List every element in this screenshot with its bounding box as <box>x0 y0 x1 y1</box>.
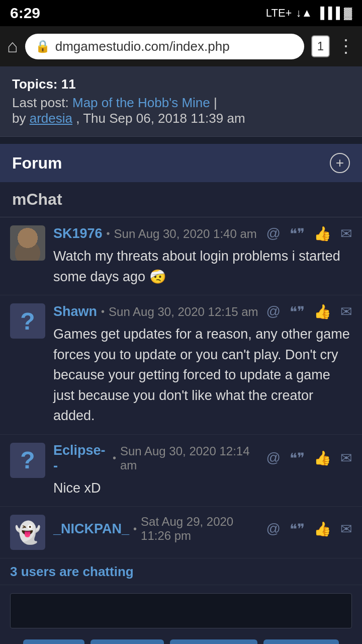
lte-icon: LTE+ <box>266 7 292 20</box>
smilies-button[interactable]: Smilies <box>90 639 164 644</box>
message-actions: @ ❝❞ 👍 ✉ <box>266 521 352 537</box>
message-text: Watch my threats about login problems i … <box>53 246 352 287</box>
message-time: Sat Aug 29, 2020 11:26 pm <box>141 515 266 543</box>
question-mark-icon: ? <box>20 307 35 335</box>
quote-icon[interactable]: ❝❞ <box>290 225 305 242</box>
signal-icon: ↓▲ <box>296 7 312 20</box>
chat-input-area <box>0 585 362 632</box>
message-time: Sun Aug 30, 2020 12:15 am <box>109 305 258 319</box>
question-mark-icon: ? <box>20 446 35 474</box>
archive-button[interactable]: Archive <box>263 639 338 644</box>
like-icon[interactable]: 👍 <box>314 450 331 466</box>
ghost-icon: 👻 <box>15 520 41 545</box>
message-body: Shawn • Sun Aug 30, 2020 12:15 am @ ❝❞ 👍… <box>53 303 352 426</box>
message-user[interactable]: SK1976 <box>53 226 103 242</box>
mail-icon[interactable]: ✉ <box>340 303 352 320</box>
message-actions: @ ❝❞ 👍 ✉ <box>266 303 352 320</box>
message-dot: • <box>101 306 105 317</box>
message-dot: • <box>113 452 116 464</box>
message-user[interactable]: Shawn <box>53 304 97 319</box>
topics-line: Topics: 11 <box>12 76 350 92</box>
message-body: Eclipse-- • Sun Aug 30, 2020 12:14 am @ … <box>53 443 352 499</box>
users-chatting-label: users are chatting <box>17 564 133 579</box>
message-body: _NICKPAN_ • Sat Aug 29, 2020 11:26 pm @ … <box>53 515 352 550</box>
send-button[interactable]: Send <box>23 639 84 644</box>
message-actions: @ ❝❞ 👍 ✉ <box>266 450 352 466</box>
chat-message: ? Shawn • Sun Aug 30, 2020 12:15 am @ ❝❞… <box>0 295 362 435</box>
message-text: Games get updates for a reason, any othe… <box>53 324 352 426</box>
post-date: , Thu Sep 06, 2018 11:39 am <box>76 111 245 126</box>
topics-count: 11 <box>61 76 76 92</box>
mention-icon[interactable]: @ <box>266 225 281 242</box>
top-section: Topics: 11 Last post: Map of the Hobb's … <box>0 66 362 137</box>
users-chatting-bar: 3 users are chatting <box>0 558 362 585</box>
like-icon[interactable]: 👍 <box>314 225 331 242</box>
battery-icon: ▓ <box>344 7 352 20</box>
status-bar: 6:29 LTE+ ↓▲ ▐▐▐ ▓ <box>0 0 362 26</box>
home-icon[interactable]: ⌂ <box>7 36 18 57</box>
message-header-row: _NICKPAN_ • Sat Aug 29, 2020 11:26 pm @ … <box>53 515 352 543</box>
message-user[interactable]: _NICKPAN_ <box>53 521 129 537</box>
last-post-line: Last post: Map of the Hobb's Mine | by a… <box>12 95 350 126</box>
chat-message: 👻 _NICKPAN_ • Sat Aug 29, 2020 11:26 pm … <box>0 507 362 558</box>
avatar <box>10 225 45 261</box>
mchat-header: mChat <box>0 182 362 217</box>
menu-icon[interactable]: ⋮ <box>337 36 355 57</box>
chat-message: ? Eclipse-- • Sun Aug 30, 2020 12:14 am … <box>0 435 362 507</box>
message-meta: SK1976 • Sun Aug 30, 2020 1:40 am <box>53 226 257 242</box>
chat-input[interactable] <box>10 593 352 628</box>
quote-icon[interactable]: ❝❞ <box>290 450 305 466</box>
message-actions: @ ❝❞ 👍 ✉ <box>266 225 352 242</box>
message-user[interactable]: Eclipse-- <box>53 443 109 474</box>
chat-message: SK1976 • Sun Aug 30, 2020 1:40 am @ ❝❞ 👍… <box>0 217 362 295</box>
message-meta: _NICKPAN_ • Sat Aug 29, 2020 11:26 pm <box>53 515 266 543</box>
avatar: ? <box>10 443 45 478</box>
users-chatting-count: 3 <box>10 564 17 579</box>
status-time: 6:29 <box>10 5 40 22</box>
post-author-link[interactable]: ardesia <box>30 111 72 126</box>
url-text: dmgamestudio.com/index.php <box>55 39 230 54</box>
avatar: 👻 <box>10 515 45 550</box>
last-post-label: Last post: <box>12 95 69 110</box>
mention-icon[interactable]: @ <box>266 521 281 537</box>
message-header-row: Shawn • Sun Aug 30, 2020 12:15 am @ ❝❞ 👍… <box>53 303 352 320</box>
message-header-row: Eclipse-- • Sun Aug 30, 2020 12:14 am @ … <box>53 443 352 474</box>
users-chatting-text: 3 users are chatting <box>10 564 134 579</box>
quote-icon[interactable]: ❝❞ <box>290 303 305 320</box>
mchat-title: mChat <box>12 190 62 208</box>
tab-count[interactable]: 1 <box>311 35 330 57</box>
chat-buttons: Send Smilies BBCodes Archive <box>0 632 362 644</box>
mail-icon[interactable]: ✉ <box>340 225 352 242</box>
avatar: ? <box>10 303 45 339</box>
like-icon[interactable]: 👍 <box>314 521 331 537</box>
url-box[interactable]: 🔒 dmgamestudio.com/index.php <box>25 34 304 59</box>
mail-icon[interactable]: ✉ <box>340 450 352 466</box>
message-dot: • <box>133 523 137 535</box>
message-time: Sun Aug 30, 2020 1:40 am <box>114 227 257 241</box>
status-icons: LTE+ ↓▲ ▐▐▐ ▓ <box>266 7 352 20</box>
bbcodes-button[interactable]: BBCodes <box>170 639 257 644</box>
quote-icon[interactable]: ❝❞ <box>290 521 305 537</box>
browser-bar: ⌂ 🔒 dmgamestudio.com/index.php 1 ⋮ <box>0 26 362 66</box>
bars-icon: ▐▐▐ <box>316 7 340 20</box>
forum-header: Forum + <box>0 144 362 182</box>
mention-icon[interactable]: @ <box>266 303 281 320</box>
last-post-link[interactable]: Map of the Hobb's Mine <box>72 95 210 110</box>
forum-plus-button[interactable]: + <box>330 153 350 173</box>
plus-icon: + <box>336 155 344 171</box>
message-body: SK1976 • Sun Aug 30, 2020 1:40 am @ ❝❞ 👍… <box>53 225 352 287</box>
lock-icon: 🔒 <box>35 39 50 53</box>
message-meta: Shawn • Sun Aug 30, 2020 12:15 am <box>53 304 258 319</box>
last-post-separator: | <box>214 95 217 110</box>
message-dot: • <box>107 228 110 239</box>
by-label: by <box>12 111 26 126</box>
message-header-row: SK1976 • Sun Aug 30, 2020 1:40 am @ ❝❞ 👍… <box>53 225 352 242</box>
message-meta: Eclipse-- • Sun Aug 30, 2020 12:14 am <box>53 443 266 474</box>
message-text: Nice xD <box>53 478 352 499</box>
mention-icon[interactable]: @ <box>266 450 281 466</box>
like-icon[interactable]: 👍 <box>314 303 331 320</box>
forum-title: Forum <box>12 154 62 173</box>
topics-label: Topics: <box>12 76 58 92</box>
message-time: Sun Aug 30, 2020 12:14 am <box>120 444 266 472</box>
mail-icon[interactable]: ✉ <box>340 521 352 537</box>
